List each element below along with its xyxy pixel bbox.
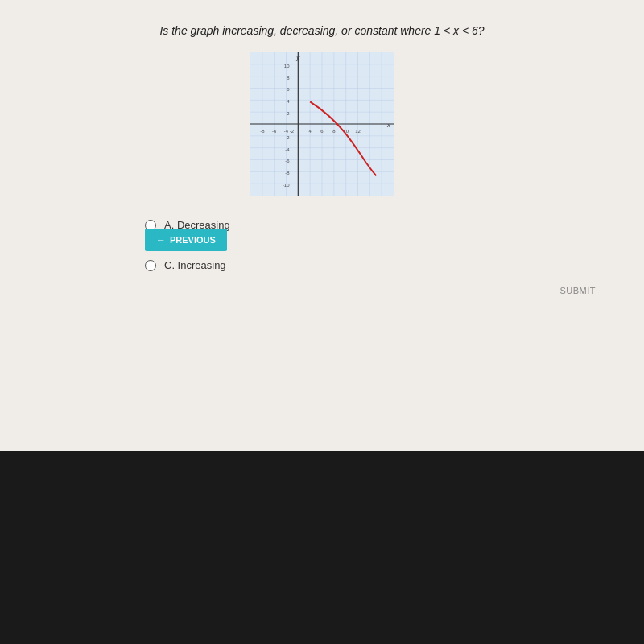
svg-text:-2: -2 bbox=[290, 129, 294, 134]
svg-text:2: 2 bbox=[287, 111, 289, 116]
svg-text:-8: -8 bbox=[285, 171, 290, 175]
svg-text:-6: -6 bbox=[285, 159, 290, 163]
radio-c[interactable] bbox=[145, 260, 156, 271]
prev-arrow-icon: ← bbox=[156, 234, 166, 246]
black-bar bbox=[0, 451, 644, 644]
svg-text:-4: -4 bbox=[284, 129, 289, 134]
previous-label: PREVIOUS bbox=[170, 235, 216, 245]
option-c[interactable]: C. Increasing bbox=[145, 259, 230, 271]
submit-button[interactable]: SUBMIT bbox=[559, 286, 596, 295]
svg-text:-4: -4 bbox=[285, 147, 290, 152]
bottom-row: SUBMIT bbox=[0, 286, 644, 295]
label-c: C. Increasing bbox=[164, 259, 226, 271]
question-text: Is the graph increasing, decreasing, or … bbox=[159, 24, 484, 37]
previous-button[interactable]: ← PREVIOUS bbox=[145, 229, 227, 251]
svg-text:10: 10 bbox=[284, 64, 290, 68]
graph-area: y x 10 8 6 4 2 -2 -4 -6 -8 -10 -8 -6 -4 … bbox=[250, 52, 394, 196]
svg-text:6: 6 bbox=[320, 129, 324, 134]
svg-text:-10: -10 bbox=[283, 183, 290, 188]
svg-text:12: 12 bbox=[355, 129, 361, 134]
svg-text:y: y bbox=[295, 54, 300, 61]
svg-text:-2: -2 bbox=[285, 135, 289, 140]
svg-text:4: 4 bbox=[309, 129, 312, 134]
svg-text:8: 8 bbox=[332, 129, 336, 134]
svg-text:x: x bbox=[386, 122, 391, 129]
svg-text:-6: -6 bbox=[272, 129, 277, 134]
svg-text:-8: -8 bbox=[260, 129, 265, 134]
